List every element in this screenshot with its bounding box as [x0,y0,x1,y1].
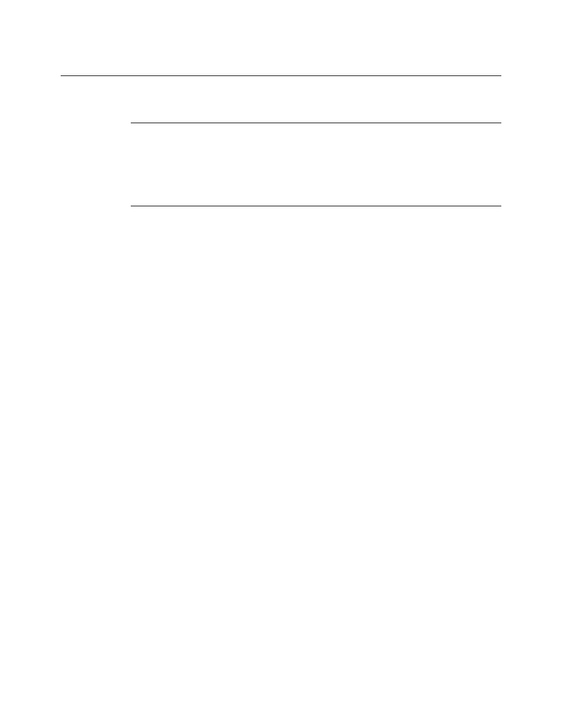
rule-mid-lower [131,206,501,206]
document-page [0,0,562,728]
rule-top [61,75,501,76]
rule-mid-upper [131,123,501,123]
